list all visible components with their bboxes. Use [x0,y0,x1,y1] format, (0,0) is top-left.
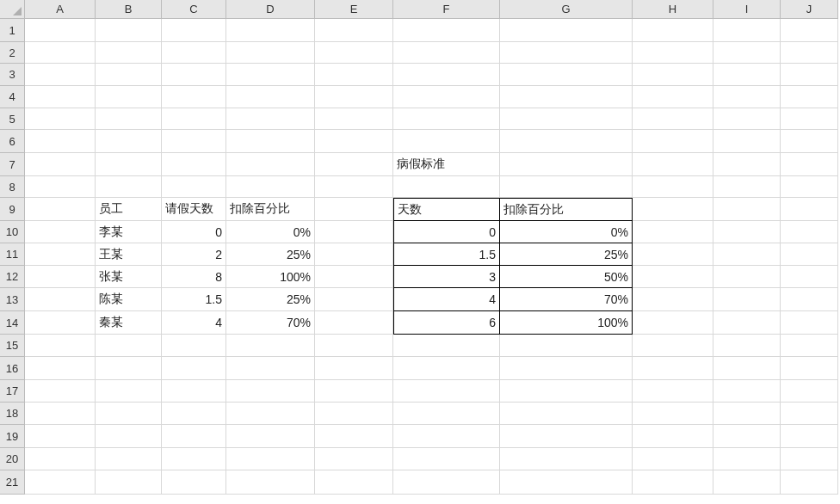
cell-B20[interactable] [96,448,162,470]
row-header-7[interactable]: 7 [0,153,25,176]
cell-H6[interactable] [633,130,713,153]
cell-C7[interactable] [162,153,226,176]
row-header-4[interactable]: 4 [0,86,25,108]
cell-D1[interactable] [226,19,315,42]
cell-H12[interactable] [633,266,713,288]
cell-H14[interactable] [633,311,713,335]
cell-A3[interactable] [25,64,96,86]
cell-G13[interactable]: 70% [500,288,633,311]
cell-G5[interactable] [500,108,633,130]
cell-C14[interactable]: 4 [162,311,226,335]
cell-I15[interactable] [713,335,781,357]
cell-I14[interactable] [713,311,781,335]
cell-A1[interactable] [25,19,96,42]
column-header-G[interactable]: G [500,0,633,19]
cell-G18[interactable] [500,403,633,425]
cell-E19[interactable] [315,425,393,448]
cell-D15[interactable] [226,335,315,357]
cell-C20[interactable] [162,448,226,470]
cell-F6[interactable] [393,130,500,153]
cell-B14[interactable]: 秦某 [96,311,162,335]
cell-E4[interactable] [315,86,393,108]
cell-D5[interactable] [226,108,315,130]
cell-E1[interactable] [315,19,393,42]
cell-F21[interactable] [393,470,500,495]
cell-F12[interactable]: 3 [393,266,500,288]
row-header-13[interactable]: 13 [0,288,25,311]
column-header-J[interactable]: J [781,0,838,19]
cell-J17[interactable] [781,380,838,403]
cell-I10[interactable] [713,221,781,243]
cell-E20[interactable] [315,448,393,470]
cell-C21[interactable] [162,470,226,495]
cell-E14[interactable] [315,311,393,335]
cell-E8[interactable] [315,176,393,198]
cell-G10[interactable]: 0% [500,221,633,243]
cell-F1[interactable] [393,19,500,42]
cell-B19[interactable] [96,425,162,448]
cell-C4[interactable] [162,86,226,108]
cell-C9[interactable]: 请假天数 [162,198,226,221]
cell-G20[interactable] [500,448,633,470]
cell-F14[interactable]: 6 [393,311,500,335]
cell-E12[interactable] [315,266,393,288]
cell-F17[interactable] [393,380,500,403]
cell-C15[interactable] [162,335,226,357]
cell-B2[interactable] [96,42,162,64]
cell-C16[interactable] [162,357,226,380]
cell-B18[interactable] [96,403,162,425]
cell-A7[interactable] [25,153,96,176]
cell-H7[interactable] [633,153,713,176]
cell-A19[interactable] [25,425,96,448]
cell-H3[interactable] [633,64,713,86]
cell-C18[interactable] [162,403,226,425]
select-all-corner[interactable] [0,0,25,19]
cell-A21[interactable] [25,470,96,495]
cell-A6[interactable] [25,130,96,153]
cell-C13[interactable]: 1.5 [162,288,226,311]
cell-J10[interactable] [781,221,838,243]
cell-B12[interactable]: 张某 [96,266,162,288]
cell-F3[interactable] [393,64,500,86]
row-header-6[interactable]: 6 [0,130,25,153]
cell-F2[interactable] [393,42,500,64]
column-header-C[interactable]: C [162,0,226,19]
cell-C10[interactable]: 0 [162,221,226,243]
cell-J20[interactable] [781,448,838,470]
cell-D4[interactable] [226,86,315,108]
cell-H2[interactable] [633,42,713,64]
cell-B5[interactable] [96,108,162,130]
cell-H19[interactable] [633,425,713,448]
cell-G1[interactable] [500,19,633,42]
column-header-F[interactable]: F [393,0,500,19]
cell-D11[interactable]: 25% [226,243,315,266]
row-header-9[interactable]: 9 [0,198,25,221]
cell-A16[interactable] [25,357,96,380]
cell-D10[interactable]: 0% [226,221,315,243]
cell-C6[interactable] [162,130,226,153]
cell-I20[interactable] [713,448,781,470]
cell-A20[interactable] [25,448,96,470]
cell-C19[interactable] [162,425,226,448]
cell-A17[interactable] [25,380,96,403]
cell-J12[interactable] [781,266,838,288]
cell-F5[interactable] [393,108,500,130]
row-header-17[interactable]: 17 [0,380,25,403]
column-header-H[interactable]: H [633,0,713,19]
cell-I13[interactable] [713,288,781,311]
row-header-16[interactable]: 16 [0,357,25,380]
cell-D19[interactable] [226,425,315,448]
cell-E15[interactable] [315,335,393,357]
cell-G19[interactable] [500,425,633,448]
cell-H5[interactable] [633,108,713,130]
cell-B7[interactable] [96,153,162,176]
cells-grid[interactable]: 病假标准员工请假天数扣除百分比天数扣除百分比李某00%00%王某225%1.52… [25,19,838,495]
cell-E18[interactable] [315,403,393,425]
row-header-20[interactable]: 20 [0,448,25,470]
cell-E11[interactable] [315,243,393,266]
cell-A14[interactable] [25,311,96,335]
column-header-A[interactable]: A [25,0,96,19]
cell-D14[interactable]: 70% [226,311,315,335]
cell-F20[interactable] [393,448,500,470]
cell-A5[interactable] [25,108,96,130]
